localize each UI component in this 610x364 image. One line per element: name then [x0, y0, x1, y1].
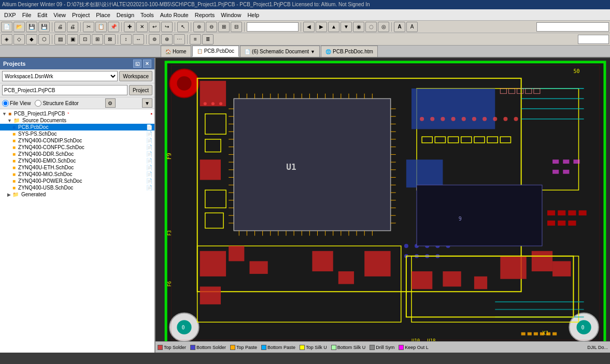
tree-confpc[interactable]: ■ ZYNQ400-CONFPC.SchDoc 📄 — [0, 144, 154, 151]
layer-drill[interactable]: Drill Sym — [367, 344, 396, 351]
layer-bottom-silk[interactable]: Bottom Silk U — [329, 344, 368, 351]
tb2-btn4[interactable]: ⬡ — [38, 34, 50, 45]
undo-btn[interactable]: ↩ — [149, 22, 160, 32]
nav-fwd-btn[interactable]: ▶ — [316, 22, 327, 32]
pcb-canvas-area[interactable]: 0 0 — [155, 58, 610, 353]
cross-btn[interactable]: ✚ — [124, 22, 135, 32]
menu-tools[interactable]: Tools — [137, 11, 157, 19]
menu-project[interactable]: Project — [69, 11, 93, 19]
tab-home[interactable]: 🏠 Home — [161, 46, 191, 57]
tree-pcbdoc[interactable]: ■ PCB.PcbDoc 📄 — [0, 124, 154, 130]
font-btn[interactable]: A — [394, 22, 405, 32]
tb2-btn13[interactable]: ⊛ — [161, 34, 173, 45]
tree-ddr[interactable]: ■ ZYNQ400-DDR.SchDoc 📄 — [0, 151, 154, 157]
new-btn[interactable]: 📄 — [1, 22, 12, 32]
filter-input[interactable]: (All) — [578, 35, 609, 44]
layer-bottom-paste[interactable]: Bottom Paste — [259, 344, 297, 351]
tab-schematic[interactable]: 📄 (6) Schematic Document ▼ — [240, 46, 320, 57]
tree-condip[interactable]: ■ ZYNQ400-CONDIP.SchDoc 📄 — [0, 137, 154, 144]
layer-top-solder[interactable]: Top Solder — [155, 344, 188, 351]
copy-btn[interactable]: 📋 — [95, 22, 107, 32]
project-input[interactable]: PCB_Project1.PrjPCB — [2, 85, 127, 95]
tree-project[interactable]: ▼ ■ PCB_Project1.PrjPCB * ▪ — [0, 110, 154, 117]
nav3-btn[interactable]: ◉ — [353, 22, 364, 32]
menu-autoroute[interactable]: Auto Route — [157, 11, 192, 19]
nav-dn-btn[interactable]: ▼ — [341, 22, 352, 32]
panel-float-btn[interactable]: ◱ — [133, 60, 141, 68]
tb2-btn8[interactable]: ⊞ — [92, 34, 103, 45]
nav-back-btn[interactable]: ◀ — [303, 22, 315, 32]
tree-generated[interactable]: ▶ 📁 Generated — [0, 191, 154, 198]
redo-btn[interactable]: ↪ — [161, 22, 173, 32]
tb2-btn6[interactable]: ▣ — [67, 34, 78, 45]
tb2-btn12[interactable]: ⊚ — [149, 34, 160, 45]
save-btn[interactable]: 💾 — [26, 22, 37, 32]
print2-btn[interactable]: 🖨 — [67, 22, 78, 32]
tree-eth[interactable]: ■ ZYNQ40U-ETH.SchDoc 📄 — [0, 164, 154, 171]
menu-dxp[interactable]: DXP — [1, 11, 19, 19]
tb2-btn11[interactable]: ↔ — [133, 34, 144, 45]
x-btn[interactable]: ✕ — [136, 22, 148, 32]
menu-reports[interactable]: Reports — [192, 11, 218, 19]
workspace-button[interactable]: Workspace — [119, 71, 152, 81]
view-icon-btn2[interactable]: ▼ — [142, 98, 152, 108]
tree-source-docs[interactable]: ▼ 📁 Source Documents — [0, 117, 154, 124]
expand-source[interactable]: ▼ — [7, 118, 12, 123]
zoom-out-btn[interactable]: ⊖ — [206, 22, 217, 32]
tb2-btn3[interactable]: ◆ — [26, 34, 37, 45]
tab-schematic-dropdown[interactable]: ▼ — [310, 49, 315, 54]
confpc-doc-icon: 📄 — [146, 144, 152, 150]
zoom-in-btn[interactable]: ⊕ — [193, 22, 205, 32]
menu-window[interactable]: Window — [218, 11, 244, 19]
zoom-sel-btn[interactable]: ⊟ — [231, 22, 242, 32]
view-icon-btn1[interactable]: ⚙ — [105, 98, 116, 108]
menu-view[interactable]: View — [50, 11, 69, 19]
layer-keepout[interactable]: Keep Out L — [396, 344, 431, 351]
nav4-btn[interactable]: ◌ — [365, 22, 377, 32]
file-view-radio[interactable]: File View — [2, 100, 31, 107]
save-state-input[interactable]: (Not Saved) — [247, 22, 299, 32]
open-btn[interactable]: 📂 — [13, 22, 25, 32]
tb2-btn7[interactable]: ⊡ — [79, 34, 91, 45]
expand-generated[interactable]: ▶ — [7, 192, 11, 197]
structure-editor-radio[interactable]: Structure Editor — [35, 100, 78, 107]
layer-top-silk[interactable]: Top Silk U — [297, 344, 329, 351]
path-input[interactable]: D:\07技术创新\设 — [536, 22, 609, 32]
tb2-btn15[interactable]: ≡ — [190, 34, 201, 45]
tree-emio[interactable]: ■ ZYNQ400-EMIO.SchDoc 📄 — [0, 157, 154, 164]
tb2-btn9[interactable]: ⊠ — [104, 34, 116, 45]
tab-pcbhtm[interactable]: 🌐 PCB.PcbDoc.htm — [321, 46, 378, 57]
menu-design[interactable]: Design — [114, 11, 137, 19]
tree-mio[interactable]: ■ ZYNQ400-MIO.SchDoc 📄 — [0, 171, 154, 178]
tab-pcbdoc[interactable]: 📋 PCB.PcbDoc — [192, 46, 239, 57]
layer-bottom-solder[interactable]: Bottom Solder — [188, 344, 228, 351]
cut-btn[interactable]: ✂ — [83, 22, 94, 32]
menu-help[interactable]: Help — [244, 11, 262, 19]
tb2-btn1[interactable]: ◈ — [1, 34, 12, 45]
print-btn[interactable]: 🖨 — [54, 22, 66, 32]
layer-top-paste[interactable]: Top Paste — [228, 344, 259, 351]
font2-btn[interactable]: A — [406, 22, 418, 32]
tree-power[interactable]: ■ ZYNQ400-POWER.SchDoc 📄 — [0, 178, 154, 184]
tree-usb[interactable]: ■ ZYNQ400-USB.SchDoc 📄 — [0, 184, 154, 191]
tb2-btn5[interactable]: ▤ — [54, 34, 66, 45]
zoom-fit-btn[interactable]: ⊞ — [218, 22, 230, 32]
menu-place[interactable]: Place — [93, 11, 114, 19]
expand-project[interactable]: ▼ — [2, 111, 7, 117]
tb2-btn16[interactable]: ≣ — [202, 34, 214, 45]
tree-sysps[interactable]: ■ SYS-PS.SchDoc 📄 — [0, 130, 154, 137]
nav-up-btn[interactable]: ▲ — [328, 22, 339, 32]
nav5-btn[interactable]: ◎ — [378, 22, 389, 32]
panel-close-btn[interactable]: ✕ — [143, 60, 151, 68]
save-all-btn[interactable]: 💾 — [38, 22, 50, 32]
tb2-btn10[interactable]: ↕ — [120, 34, 132, 45]
menu-edit[interactable]: Edit — [34, 11, 50, 19]
svg-text:F9: F9 — [166, 153, 173, 159]
workspace-select[interactable]: Workspace1.DsnWrk — [2, 71, 118, 81]
tb2-btn2[interactable]: ◇ — [13, 34, 25, 45]
paste-btn[interactable]: 📌 — [108, 22, 119, 32]
tb2-btn14[interactable]: ⋯ — [174, 34, 185, 45]
menu-file[interactable]: File — [19, 11, 35, 19]
cursor-btn[interactable]: ↖ — [177, 22, 189, 32]
project-button[interactable]: Project — [129, 85, 152, 95]
